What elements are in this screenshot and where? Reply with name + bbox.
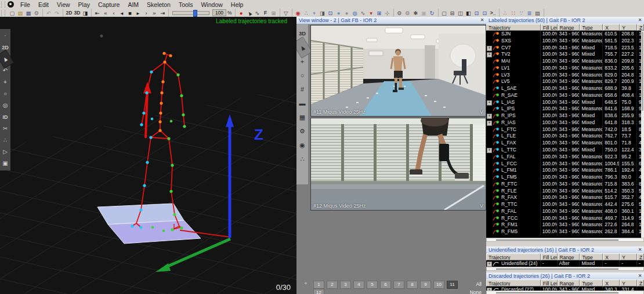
column-header-y[interactable]: Y bbox=[620, 24, 637, 31]
close-icon[interactable]: ✕ bbox=[637, 273, 643, 279]
menu-view[interactable]: View bbox=[53, 1, 74, 9]
column-header-y[interactable]: Y bbox=[620, 280, 637, 286]
close-icon[interactable]: ✕ bbox=[479, 17, 485, 23]
open-file-icon[interactable]: ▤ bbox=[17, 9, 24, 17]
marker-id-2-icon[interactable]: ∷ bbox=[510, 9, 517, 17]
column-header-trajectory[interactable]: Trajectory bbox=[486, 253, 541, 260]
menu-aim[interactable]: AIM bbox=[124, 1, 143, 9]
window-cascade-icon[interactable]: ◫ bbox=[457, 9, 464, 17]
filter-icon[interactable]: ▽ bbox=[283, 9, 290, 17]
skeleton-icon[interactable]: ✱ bbox=[413, 9, 419, 17]
column-header-type[interactable]: Type bbox=[580, 24, 603, 31]
cut-trajectory-tool[interactable]: ✂ bbox=[0, 123, 10, 135]
processing-gear-icon[interactable]: ⚙ bbox=[404, 9, 411, 17]
column-header-z[interactable]: Z bbox=[637, 253, 644, 260]
expand-icon[interactable]: + bbox=[487, 148, 492, 153]
trajectory-row-l-fal[interactable]: L_FAL100.0%343 - 960Measured922.395.2106 bbox=[486, 154, 644, 161]
labeled-vertical-scrollbar[interactable] bbox=[641, 31, 644, 238]
disabled-tool-icon[interactable]: ▣ bbox=[421, 9, 428, 17]
marker-sphere-icon[interactable]: ● bbox=[335, 9, 342, 17]
trajectory-row-unidentified-24-[interactable]: +Unidentified (24)-AfterMixed--- bbox=[486, 260, 644, 267]
crop-tool[interactable]: # bbox=[296, 82, 308, 96]
playback-speed-slider[interactable] bbox=[172, 11, 209, 15]
camera-button-8[interactable]: 8 bbox=[407, 281, 418, 289]
trajectory-row-l-fm1[interactable]: L_FM1100.0%343 - 960Measured786.1192.446… bbox=[486, 167, 644, 174]
trajectory-row-l-ttc[interactable]: +L_TTC100.0%343 - 960Mixed750.0122.4394 bbox=[486, 147, 644, 154]
record-icon[interactable]: ● bbox=[238, 9, 245, 17]
camera-button-11[interactable]: 11 bbox=[447, 281, 458, 289]
close-icon[interactable]: ✕ bbox=[637, 17, 643, 23]
trajectory-draw-icon[interactable]: ∿ bbox=[254, 9, 261, 17]
trajectory-row-r-fcc[interactable]: R_FCC100.0%343 - 960Measured469.7314.951… bbox=[486, 215, 644, 222]
pan-tool[interactable]: + bbox=[0, 77, 10, 88]
volume-cube-tool[interactable]: ▣ bbox=[0, 158, 10, 169]
zoom-tool[interactable]: ○ bbox=[296, 68, 308, 82]
column-header-x[interactable]: X bbox=[603, 253, 620, 260]
trajectory-row-l-fle[interactable]: L_FLE100.0%343 - 960Measured762.773.7497 bbox=[486, 133, 644, 140]
data-table-icon[interactable]: ⊞ bbox=[376, 9, 383, 17]
signal-icon[interactable]: ∿ bbox=[360, 9, 367, 17]
trajectory-row-l-ftc[interactable]: L_FTC100.0%343 - 960Measured742.018.5844 bbox=[486, 126, 644, 133]
trajectory-row-l-ips[interactable]: L_IPS100.0%343 - 960Measured841.6168.998… bbox=[486, 106, 644, 112]
view-3d-pane[interactable]: Z bbox=[0, 17, 296, 294]
play-reverse-icon[interactable]: ◂ bbox=[118, 9, 125, 17]
video-view-icon[interactable]: ◨ bbox=[82, 9, 89, 17]
trajectory-row-lv5[interactable]: LV5100.0%343 - 960Measured829.7200.91024 bbox=[486, 78, 644, 85]
discarded-horizontal-scrollbar[interactable] bbox=[486, 291, 644, 294]
menu-file[interactable]: File bbox=[16, 1, 34, 9]
expand-icon[interactable]: + bbox=[487, 121, 492, 126]
trajectory-row-mai[interactable]: MAI100.0%343 - 960Measured836.0209.81268 bbox=[486, 58, 644, 65]
new-file-icon[interactable]: ▢ bbox=[9, 9, 16, 17]
close-icon[interactable]: ✕ bbox=[637, 247, 643, 253]
list-view-icon[interactable]: ≣ bbox=[526, 9, 533, 17]
step-back-icon[interactable]: ‹ bbox=[110, 9, 117, 17]
fast-back-icon[interactable]: « bbox=[102, 9, 109, 17]
goto-end-icon[interactable]: ⇥ bbox=[159, 9, 166, 17]
expand-icon[interactable]: + bbox=[487, 52, 492, 57]
grid-icon[interactable]: ⊞ bbox=[270, 9, 277, 17]
column-header-type[interactable]: Type bbox=[580, 253, 603, 260]
menu-edit[interactable]: Edit bbox=[34, 1, 53, 9]
trajectory-row-tv2[interactable]: +TV2100.0%343 - 960Mixed755.7227.21453 bbox=[486, 51, 644, 58]
undo-icon[interactable]: ↶ bbox=[45, 9, 52, 17]
view-2d-button[interactable]: 2D bbox=[66, 9, 73, 17]
monitor-1-icon[interactable]: ⊡ bbox=[473, 9, 480, 17]
trajectory-row-r-fal[interactable]: R_FAL100.0%343 - 960Measured408.0360.110… bbox=[486, 208, 644, 215]
trajectory-nodes-icon[interactable]: ∴ bbox=[303, 9, 310, 17]
expand-icon[interactable]: + bbox=[487, 262, 492, 267]
settings-gear-icon[interactable]: ⚙ bbox=[396, 9, 403, 17]
trajectory-row-r-fle[interactable]: R_FLE100.0%343 - 960Measured514.2350.354… bbox=[486, 188, 644, 195]
play-icon[interactable]: ▸ bbox=[135, 9, 142, 17]
orbit-tool[interactable]: ◎ bbox=[0, 100, 10, 111]
project-options-icon[interactable]: ⚙ bbox=[33, 9, 40, 17]
fast-forward-icon[interactable]: » bbox=[151, 9, 158, 17]
camera-button-4[interactable]: 4 bbox=[353, 281, 364, 289]
column-header-fill-level[interactable]: Fill Level bbox=[541, 253, 558, 260]
blend-tool[interactable]: ▦ bbox=[296, 110, 308, 124]
trajectory-row-r-fm5[interactable]: R_FM5100.0%343 - 960Measured262.8384.411… bbox=[486, 228, 644, 235]
trajectory-row-l-sae[interactable]: L_SAE100.0%343 - 960Measured688.939.8142… bbox=[486, 85, 644, 92]
trajectory-row-r-fm1[interactable]: R_FM1100.0%343 - 960Measured272.6264.811… bbox=[486, 222, 644, 228]
column-header-range[interactable]: Range bbox=[558, 280, 580, 286]
labeled-horizontal-scrollbar[interactable] bbox=[486, 238, 644, 242]
camera-button-1[interactable]: 1 bbox=[313, 281, 324, 289]
fly-tool[interactable]: ▷ bbox=[0, 146, 10, 158]
view-3d-button[interactable]: 3D bbox=[74, 9, 81, 17]
id-marker-tool[interactable]: ID bbox=[0, 111, 10, 123]
force-label-icon[interactable]: F bbox=[262, 9, 269, 17]
column-header-type[interactable]: Type bbox=[580, 280, 603, 286]
toolbar-grip[interactable] bbox=[1, 1, 5, 8]
marker-dot-tool[interactable]: · bbox=[0, 30, 10, 42]
window-split-icon[interactable]: ⊟ bbox=[449, 9, 456, 17]
window-dark-icon[interactable]: ◧ bbox=[465, 9, 472, 17]
camera-button-5[interactable]: 5 bbox=[367, 281, 378, 289]
terminal-icon[interactable]: >_ bbox=[490, 9, 497, 17]
window-new-icon[interactable]: ▢ bbox=[441, 9, 448, 17]
column-header-range[interactable]: Range bbox=[558, 24, 580, 31]
menu-skeleton[interactable]: Skeleton bbox=[143, 1, 175, 9]
trajectory-row-r-ips[interactable]: +R_IPS100.0%343 - 960Mixed838.6255.9974 bbox=[486, 112, 644, 119]
camera-button-10[interactable]: 10 bbox=[433, 281, 444, 289]
marker-id-3-icon[interactable]: ∵ bbox=[518, 9, 525, 17]
skeleton-bones[interactable] bbox=[132, 53, 184, 230]
marker-red-icon[interactable]: ◉ bbox=[295, 9, 302, 17]
